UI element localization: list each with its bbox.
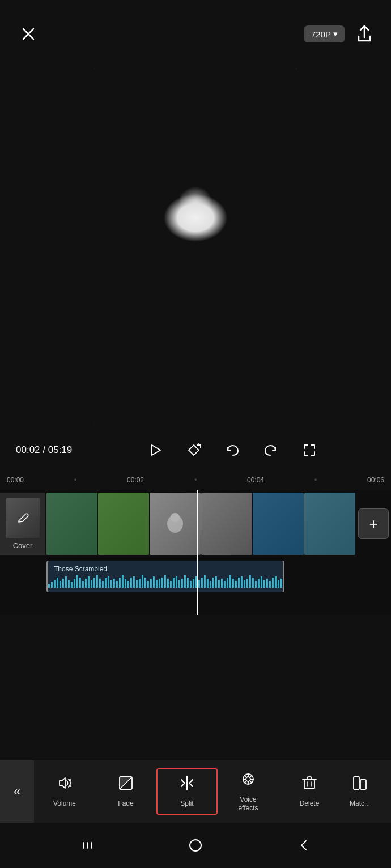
svg-rect-68 — [230, 575, 231, 588]
ruler-dot-2: • — [194, 476, 197, 484]
svg-rect-82 — [269, 581, 271, 588]
undo-button[interactable] — [222, 440, 243, 460]
audio-track-label: Those Scrambled — [54, 565, 107, 573]
svg-rect-18 — [88, 576, 90, 588]
ruler-dot-1: • — [74, 476, 76, 484]
video-clip-4[interactable] — [201, 493, 252, 555]
play-button[interactable] — [145, 440, 165, 460]
time-display: 00:02 / 05:19 — [16, 444, 90, 456]
match-label: Matc... — [350, 799, 370, 807]
svg-point-3 — [171, 513, 180, 522]
svg-rect-28 — [116, 581, 118, 588]
keyframe-button[interactable] — [184, 440, 204, 460]
svg-rect-29 — [119, 578, 121, 588]
svg-rect-46 — [167, 579, 169, 588]
svg-rect-49 — [176, 576, 177, 588]
svg-point-98 — [246, 777, 250, 781]
svg-rect-60 — [207, 579, 209, 588]
svg-rect-38 — [144, 578, 146, 588]
svg-rect-4 — [48, 584, 50, 588]
svg-line-94 — [181, 783, 185, 786]
volume-icon — [57, 775, 73, 795]
back-chevron-icon: « — [14, 784, 20, 799]
close-button[interactable] — [16, 22, 41, 46]
svg-rect-77 — [255, 581, 257, 588]
audio-waveform — [48, 573, 284, 589]
svg-rect-20 — [94, 578, 95, 588]
svg-rect-85 — [278, 580, 279, 588]
nav-back-button[interactable] — [297, 839, 311, 852]
audio-clip[interactable]: Those Scrambled — [46, 561, 284, 592]
split-label: Split — [180, 799, 193, 807]
toolbar-item-split[interactable]: Split — [156, 768, 218, 814]
ruler-dot-3: • — [314, 476, 317, 484]
delete-icon — [301, 775, 317, 795]
toolbar-item-fade[interactable]: Fade — [95, 769, 156, 813]
svg-rect-54 — [190, 581, 192, 588]
toolbar-item-match[interactable]: Matc... — [340, 769, 380, 813]
add-clip-button[interactable]: + — [358, 508, 389, 539]
svg-rect-13 — [74, 579, 75, 588]
video-clip-6[interactable] — [304, 493, 355, 555]
svg-rect-62 — [212, 578, 214, 588]
svg-rect-64 — [218, 580, 220, 588]
svg-rect-65 — [221, 579, 223, 588]
export-button[interactable] — [354, 23, 375, 45]
cover-track[interactable]: Cover — [0, 493, 45, 555]
toolbar-back-button[interactable]: « — [0, 760, 34, 823]
svg-rect-43 — [159, 579, 160, 588]
quality-label: 720P — [311, 29, 331, 39]
time-separator: / — [42, 444, 48, 455]
video-clip-1[interactable] — [46, 493, 97, 555]
svg-rect-17 — [85, 579, 87, 588]
audio-track[interactable]: Those Scrambled — [46, 558, 391, 595]
cover-label: Cover — [13, 541, 33, 550]
svg-rect-8 — [60, 581, 61, 588]
svg-line-104 — [250, 781, 252, 783]
playback-controls: 00:02 / 05:19 — [0, 430, 391, 470]
cover-thumbnail — [6, 498, 40, 538]
svg-rect-39 — [147, 581, 149, 588]
quality-button[interactable]: 720P ▾ — [304, 25, 345, 42]
nav-menu-button[interactable] — [80, 839, 94, 852]
nav-home-button[interactable] — [188, 837, 203, 853]
video-clip-2[interactable] — [98, 493, 149, 555]
svg-rect-6 — [54, 580, 56, 588]
redo-button[interactable] — [261, 440, 281, 460]
svg-rect-61 — [210, 581, 211, 588]
toolbar-items: Volume Fade — [34, 766, 391, 818]
svg-line-105 — [250, 776, 252, 777]
svg-rect-58 — [201, 578, 203, 588]
svg-rect-10 — [65, 576, 67, 588]
video-clips: + — [46, 493, 389, 555]
quality-arrow-icon: ▾ — [333, 29, 338, 39]
svg-rect-73 — [244, 580, 245, 588]
svg-line-106 — [245, 781, 246, 783]
ruler-mark-0: 00:00 — [7, 476, 24, 484]
split-icon — [179, 775, 195, 795]
header-right: 720P ▾ — [304, 23, 375, 45]
ruler-mark-2: 00:04 — [247, 476, 264, 484]
svg-rect-83 — [272, 578, 274, 588]
svg-rect-12 — [71, 582, 73, 588]
playhead[interactable] — [197, 490, 198, 615]
video-clip-3[interactable] — [150, 493, 201, 555]
current-time: 00:02 — [16, 444, 40, 455]
svg-line-96 — [189, 783, 193, 786]
svg-rect-71 — [238, 578, 240, 588]
voice-effects-label: Voice effects — [238, 796, 258, 812]
video-clip-5[interactable] — [253, 493, 304, 555]
svg-rect-22 — [99, 579, 101, 588]
fade-icon — [118, 775, 134, 795]
svg-rect-79 — [261, 576, 262, 588]
fullscreen-button[interactable] — [299, 440, 320, 460]
controls-center — [90, 440, 375, 460]
svg-rect-37 — [142, 575, 143, 588]
toolbar-item-delete[interactable]: Delete — [279, 769, 340, 813]
ruler-mark-3: 00:06 — [367, 476, 384, 484]
svg-rect-41 — [153, 576, 155, 588]
toolbar-item-volume[interactable]: Volume — [34, 769, 95, 813]
toolbar-item-voice-effects[interactable]: Voice effects — [218, 766, 279, 818]
svg-rect-35 — [136, 580, 138, 588]
system-nav — [0, 823, 391, 868]
